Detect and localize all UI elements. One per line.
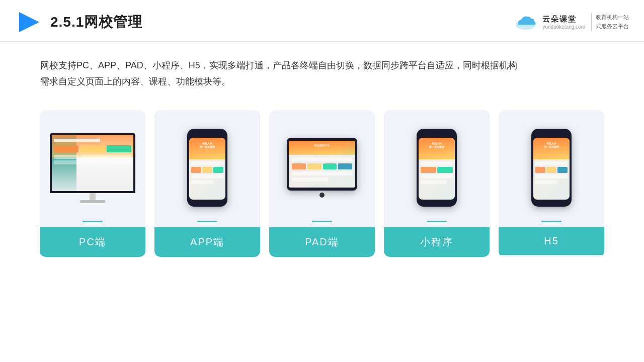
card-h5-label: H5 [499,227,604,255]
card-pc: PC端 [40,110,145,257]
description: 网校支持PC、APP、PAD、小程序、H5，实现多端打通，产品各终端自由切换，数… [0,42,644,100]
card-app: 招选人的第一堂兴趣课 [154,110,260,257]
card-miniprogram: 招选人的第一堂兴趣课 [384,110,490,257]
card-pad-line [312,221,332,222]
card-app-line [197,221,217,222]
card-mp-label: 小程序 [384,227,490,257]
cards-container: PC端 招选人的第一堂兴趣课 [0,100,644,272]
brand-cloud-icon [513,14,538,31]
card-h5-image: 招选人的第一堂兴趣课 [499,110,604,221]
header-right: 云朵课堂 yunduoketang.com 教育机构一站式服务云平台 [513,13,629,31]
logo-icon [15,9,41,35]
card-pc-label: PC端 [40,227,145,257]
svg-point-2 [523,16,528,21]
description-text: 网校支持PC、APP、PAD、小程序、H5，实现多端打通，产品各终端自由切换，数… [40,57,604,90]
svg-marker-0 [19,12,39,32]
card-h5: 招选人的第一堂兴趣课 [499,110,604,257]
card-pad-label: PAD端 [269,227,375,257]
card-pad-image: 职业课程平台 [269,110,375,221]
header-left: 2.5.1网校管理 [15,9,142,35]
phone-mockup-h5: 招选人的第一堂兴趣课 [531,129,572,207]
card-app-image: 招选人的第一堂兴趣课 [154,110,260,221]
page-title: 2.5.1网校管理 [50,13,142,32]
phone-mockup-mp: 招选人的第一堂兴趣课 [417,129,457,207]
monitor-mockup [50,133,135,203]
card-app-label: APP端 [154,227,260,257]
card-miniprogram-image: 招选人的第一堂兴趣课 [384,110,490,221]
tablet-mockup: 职业课程平台 [287,138,357,198]
brand-tagline: 教育机构一站式服务云平台 [591,13,629,31]
card-h5-line [541,221,561,222]
phone-mockup-app: 招选人的第一堂兴趣课 [187,129,227,207]
brand-name: 云朵课堂 [542,15,577,24]
card-mp-line [427,221,447,222]
card-pc-image [40,110,145,221]
brand-url: yunduoketang.com [542,24,585,30]
header: 2.5.1网校管理 云朵课堂 yunduoketang.com 教育机构一站式服… [0,0,644,42]
card-pad: 职业课程平台 [269,110,375,257]
card-pc-line [83,221,103,222]
